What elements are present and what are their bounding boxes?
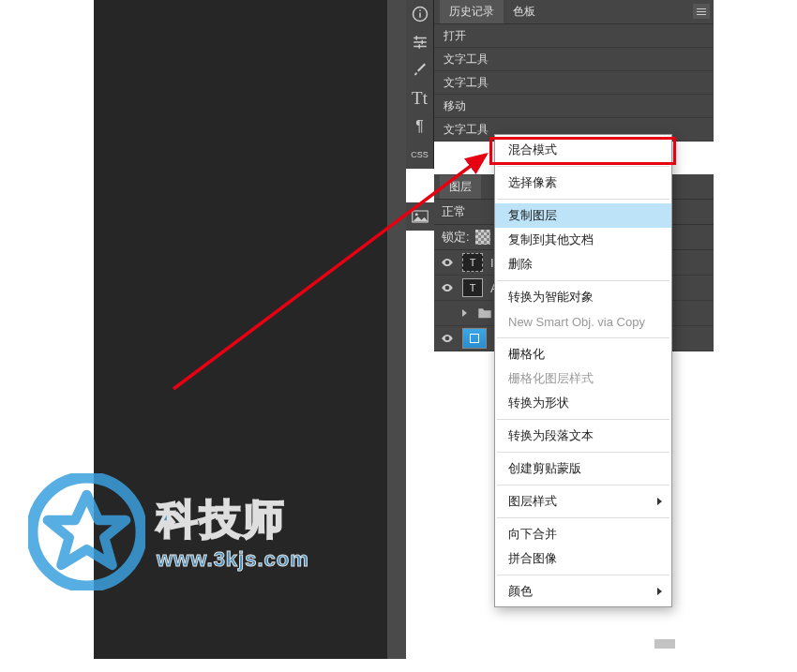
svg-rect-6 <box>415 36 417 40</box>
lock-transparency-icon[interactable] <box>475 230 490 245</box>
menu-separator <box>497 280 669 281</box>
text-layer-thumb: T <box>462 253 483 272</box>
menu-separator <box>497 575 669 575</box>
menu-item-select-pixels[interactable]: 选择像素 <box>495 171 671 195</box>
menu-item-blend[interactable]: 混合模式 <box>495 138 671 162</box>
text-layer-thumb: T <box>462 278 483 297</box>
menu-item-clipping-mask[interactable]: 创建剪贴蒙版 <box>495 456 671 481</box>
menu-item-merge-down[interactable]: 向下合并 <box>495 522 671 546</box>
menu-item-rasterize-style: 栅格化图层样式 <box>495 366 671 391</box>
menu-item-new-smart-copy: New Smart Obj. via Copy <box>495 309 671 334</box>
menu-item-to-paragraph[interactable]: 转换为段落文本 <box>495 424 671 448</box>
menu-separator <box>497 419 669 420</box>
menu-item-flatten[interactable]: 拼合图像 <box>495 546 671 571</box>
history-panel: 历史记录 色板 打开 文字工具 文字工具 移动 文字工具 <box>434 0 714 142</box>
menu-item-copy-to-doc[interactable]: 复制到其他文档 <box>495 228 671 252</box>
menu-separator <box>497 199 669 200</box>
history-item[interactable]: 文字工具 <box>434 48 714 71</box>
svg-rect-3 <box>414 37 427 39</box>
visibility-icon[interactable] <box>440 331 455 346</box>
menu-separator <box>497 517 669 518</box>
decorative-mark <box>654 639 675 649</box>
paragraph-icon[interactable]: ¶ <box>407 112 433 141</box>
svg-rect-4 <box>414 41 427 43</box>
menu-item-to-shape[interactable]: 转换为形状 <box>495 391 671 415</box>
menu-item-layer-style[interactable]: 图层样式 <box>495 489 671 514</box>
menu-separator <box>497 452 669 453</box>
visibility-icon[interactable] <box>440 280 455 295</box>
brush-icon[interactable] <box>407 56 433 84</box>
menu-separator <box>497 485 669 485</box>
svg-rect-2 <box>419 10 421 12</box>
history-item[interactable]: 打开 <box>434 24 714 48</box>
submenu-arrow-icon <box>657 498 662 505</box>
tab-swatches[interactable]: 色板 <box>504 0 545 23</box>
submenu-arrow-icon <box>657 588 662 595</box>
svg-point-10 <box>415 213 418 216</box>
history-tab-bar: 历史记录 色板 <box>434 0 714 24</box>
history-item[interactable]: 移动 <box>434 95 714 118</box>
svg-rect-1 <box>419 13 421 18</box>
menu-separator <box>497 166 669 167</box>
tab-layers[interactable]: 图层 <box>440 175 481 199</box>
vertical-toolbar: Tt ¶ CSS <box>406 0 434 169</box>
menu-item-delete[interactable]: 删除 <box>495 252 671 276</box>
watermark: 科技师 www.3kjs.com <box>28 473 309 590</box>
smart-object-thumb <box>462 328 487 349</box>
image-tool-icon[interactable] <box>406 202 434 231</box>
blend-mode-label: 正常 <box>442 203 466 220</box>
menu-item-duplicate-layer[interactable]: 复制图层 <box>495 203 671 228</box>
svg-rect-7 <box>421 40 423 45</box>
info-icon[interactable] <box>407 0 433 28</box>
menu-item-rasterize[interactable]: 栅格化 <box>495 342 671 366</box>
layer-context-menu: 混合模式选择像素复制图层复制到其他文档删除转换为智能对象New Smart Ob… <box>494 134 672 607</box>
history-list: 打开 文字工具 文字工具 移动 文字工具 <box>434 24 714 142</box>
folder-expand-icon[interactable] <box>462 309 467 317</box>
canvas-scrollbar[interactable] <box>387 0 406 659</box>
watermark-logo-icon <box>28 473 145 590</box>
panel-menu-button[interactable] <box>693 4 710 19</box>
lock-label: 锁定: <box>442 229 470 246</box>
watermark-url: www.3kjs.com <box>157 547 309 572</box>
menu-item-convert-smart[interactable]: 转换为智能对象 <box>495 285 671 309</box>
tab-history[interactable]: 历史记录 <box>440 0 504 23</box>
menu-separator <box>497 337 669 338</box>
menu-item-color[interactable]: 颜色 <box>495 579 671 604</box>
svg-rect-8 <box>418 44 420 49</box>
css-icon[interactable]: CSS <box>407 141 433 169</box>
folder-icon <box>474 304 495 322</box>
visibility-icon[interactable] <box>440 255 455 270</box>
sliders-icon[interactable] <box>407 28 433 56</box>
type-tool-icon[interactable]: Tt <box>407 84 433 112</box>
svg-marker-14 <box>48 495 126 565</box>
history-item[interactable]: 文字工具 <box>434 71 714 95</box>
watermark-title: 科技师 <box>157 492 309 547</box>
